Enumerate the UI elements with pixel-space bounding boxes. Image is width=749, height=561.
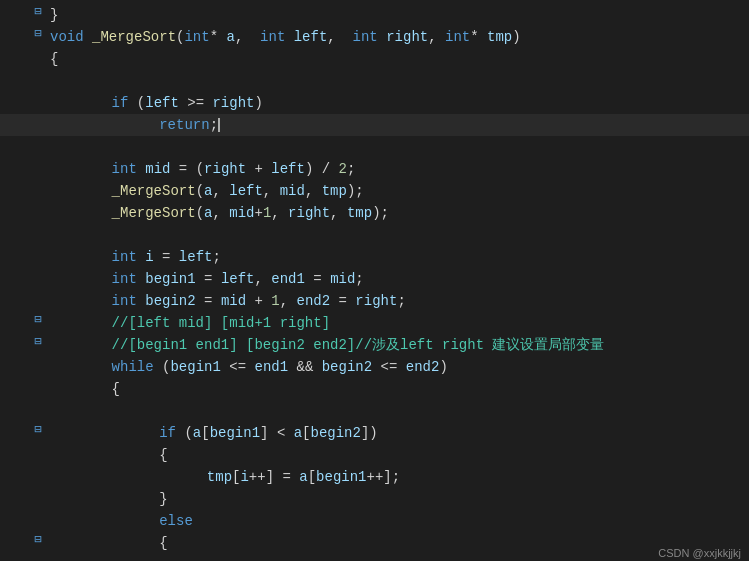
code-line	[0, 70, 749, 92]
fold-indicator	[30, 48, 46, 59]
line-content	[46, 136, 749, 158]
code-line: if (left >= right)	[0, 92, 749, 114]
fold-indicator	[30, 224, 46, 235]
fold-indicator	[30, 114, 46, 125]
line-content: {	[46, 48, 749, 70]
line-content: int mid = (right + left) / 2;	[46, 158, 749, 180]
code-line: {	[0, 444, 749, 466]
fold-indicator	[30, 70, 46, 81]
fold-indicator	[30, 158, 46, 169]
fold-indicator	[30, 246, 46, 257]
code-line: int mid = (right + left) / 2;	[0, 158, 749, 180]
line-content: {	[46, 444, 749, 466]
code-line	[0, 136, 749, 158]
fold-indicator	[30, 466, 46, 477]
code-line: _MergeSort(a, mid+1, right, tmp);	[0, 202, 749, 224]
fold-indicator	[30, 268, 46, 279]
fold-indicator	[30, 488, 46, 499]
line-content: _MergeSort(a, mid+1, right, tmp);	[46, 202, 749, 224]
code-line: _MergeSort(a, left, mid, tmp);	[0, 180, 749, 202]
fold-indicator	[30, 444, 46, 455]
code-line: {	[0, 48, 749, 70]
fold-indicator[interactable]: ⊟	[30, 422, 46, 437]
fold-indicator[interactable]: ⊟	[30, 312, 46, 327]
code-line	[0, 224, 749, 246]
line-content: {	[46, 378, 749, 400]
line-content: tmp[i++] = a[begin1++];	[46, 466, 749, 488]
fold-indicator	[30, 510, 46, 521]
watermark: CSDN @xxjkkjjkj	[650, 545, 749, 561]
line-content: //[left mid] [mid+1 right]	[46, 312, 749, 334]
line-content	[46, 70, 749, 92]
line-content: }	[46, 4, 749, 26]
code-line: ⊟ if (a[begin1] < a[begin2])	[0, 422, 749, 444]
fold-indicator[interactable]: ⊟	[30, 334, 46, 349]
line-content: int i = left;	[46, 246, 749, 268]
line-content: //[begin1 end1] [begin2 end2]//涉及left ri…	[46, 334, 749, 356]
code-line: int i = left;	[0, 246, 749, 268]
code-line: else	[0, 510, 749, 532]
line-content: else	[46, 510, 749, 532]
line-content	[46, 224, 749, 246]
code-line: int begin1 = left, end1 = mid;	[0, 268, 749, 290]
line-content: {	[46, 532, 749, 554]
line-content: int begin2 = mid + 1, end2 = right;	[46, 290, 749, 312]
code-editor: ⊟ } ⊟ void _MergeSort(int* a, int left, …	[0, 0, 749, 561]
code-line: ⊟ {	[0, 532, 749, 554]
line-content: if (a[begin1] < a[begin2])	[46, 422, 749, 444]
code-area: ⊟ } ⊟ void _MergeSort(int* a, int left, …	[0, 0, 749, 558]
fold-indicator[interactable]: ⊟	[30, 26, 46, 41]
line-content: int begin1 = left, end1 = mid;	[46, 268, 749, 290]
line-content	[46, 400, 749, 422]
fold-indicator	[30, 356, 46, 367]
line-content: while (begin1 <= end1 && begin2 <= end2)	[46, 356, 749, 378]
line-content: _MergeSort(a, left, mid, tmp);	[46, 180, 749, 202]
code-line: ⊟ //[left mid] [mid+1 right]	[0, 312, 749, 334]
code-line: return;	[0, 114, 749, 136]
code-line: int begin2 = mid + 1, end2 = right;	[0, 290, 749, 312]
fold-indicator[interactable]: ⊟	[30, 532, 46, 547]
line-content: if (left >= right)	[46, 92, 749, 114]
code-line: ⊟ //[begin1 end1] [begin2 end2]//涉及left …	[0, 334, 749, 356]
code-line: tmp[i++] = a[begin1++];	[0, 466, 749, 488]
fold-indicator	[30, 180, 46, 191]
fold-indicator	[30, 290, 46, 301]
line-content: void _MergeSort(int* a, int left, int ri…	[46, 26, 749, 48]
fold-indicator	[30, 400, 46, 411]
fold-indicator	[30, 92, 46, 103]
code-line: {	[0, 378, 749, 400]
code-line	[0, 400, 749, 422]
line-content: return;	[46, 114, 749, 136]
fold-indicator	[30, 136, 46, 147]
code-line: ⊟ }	[0, 4, 749, 26]
code-line: while (begin1 <= end1 && begin2 <= end2)	[0, 356, 749, 378]
fold-indicator	[30, 202, 46, 213]
code-line: }	[0, 488, 749, 510]
fold-indicator	[30, 378, 46, 389]
code-line: ⊟ void _MergeSort(int* a, int left, int …	[0, 26, 749, 48]
line-content: }	[46, 488, 749, 510]
fold-indicator[interactable]: ⊟	[30, 4, 46, 19]
